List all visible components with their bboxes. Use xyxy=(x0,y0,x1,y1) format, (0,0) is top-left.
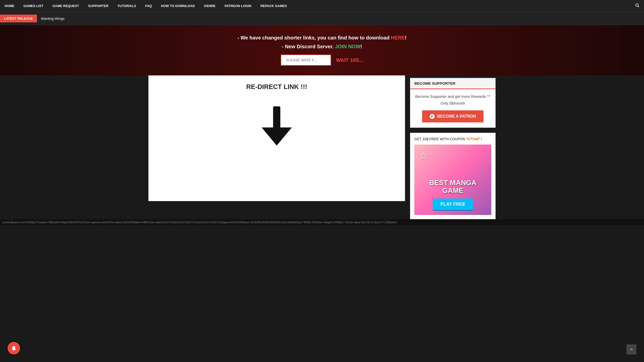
manga-box: GET 10$ FREE WITH COUPON "OTOMI" ! ☆ BES… xyxy=(410,133,496,219)
supporter-price: Only 5$/month xyxy=(414,101,491,105)
nav-supporter[interactable]: SUPPORTER xyxy=(84,1,113,11)
hero-notice-1: - We have changed shorter links, you can… xyxy=(237,35,407,41)
manga-banner-title: BEST MANGA GAME xyxy=(429,179,476,195)
nav-how-to-download[interactable]: HOW TO DOWNLOAD xyxy=(156,1,199,11)
manga-title-line1: BEST MANGA xyxy=(429,179,476,187)
notification-bell[interactable] xyxy=(8,342,20,354)
content-area: RE-DIRECT LINK !!! xyxy=(148,75,405,201)
nav-repack-games[interactable]: REPACK GAMES xyxy=(256,1,291,11)
patron-icon: P xyxy=(430,114,435,119)
hero-notice-1-prefix: - We have changed shorter links, you can… xyxy=(237,35,391,40)
latest-release-text[interactable]: Wanting Wings xyxy=(37,17,65,21)
svg-rect-2 xyxy=(273,106,280,129)
manga-title-line2: GAME xyxy=(429,187,476,195)
manga-coupon-text: GET 10$ FREE WITH COUPON "OTOMI" ! xyxy=(414,137,491,141)
nav-items: HOME GAMES LIST GAME REQUEST SUPPORTER T… xyxy=(0,1,291,11)
hero-banner: - We have changed shorter links, you can… xyxy=(0,25,644,75)
search-icon[interactable] xyxy=(630,0,644,12)
redirect-title: RE-DIRECT LINK !!! xyxy=(246,83,307,91)
supporter-description: Become Supporter and get more Rewards ^^ xyxy=(414,94,491,99)
main-layout: RE-DIRECT LINK !!! BECOME SUPPORTER Beco… xyxy=(146,75,498,219)
hero-notice-2: - New Discord Server. JOIN NOW! xyxy=(237,44,407,50)
star-icon: ☆ xyxy=(419,150,428,161)
wait-input[interactable] xyxy=(281,55,331,66)
nav-game-request[interactable]: GAME REQUEST xyxy=(48,1,83,11)
latest-release-bar: LATEST RELEASE Wanting Wings xyxy=(0,12,644,25)
supporter-box: BECOME SUPPORTER Become Supporter and ge… xyxy=(410,78,496,128)
coupon-suffix: " ! xyxy=(479,137,482,141)
wait-row: WAIT 10S... xyxy=(237,55,407,66)
supporter-box-body: Become Supporter and get more Rewards ^^… xyxy=(410,89,495,127)
chevron-up-icon xyxy=(629,347,634,352)
join-now-link[interactable]: JOIN NOW xyxy=(335,44,360,49)
svg-point-0 xyxy=(636,4,638,7)
play-free-button[interactable]: PLAY FREE xyxy=(433,199,473,210)
here-link[interactable]: HERE xyxy=(391,35,405,40)
svg-line-1 xyxy=(638,6,639,7)
sidebar: BECOME SUPPORTER Become Supporter and ge… xyxy=(410,75,496,219)
nav-home[interactable]: HOME xyxy=(0,1,19,11)
become-patron-button[interactable]: P BECOME A PATRON xyxy=(422,110,484,122)
svg-marker-3 xyxy=(262,127,292,146)
hero-notice-2-prefix: - New Discord Server. xyxy=(282,44,335,49)
latest-release-badge: LATEST RELEASE xyxy=(0,15,37,22)
wait-countdown: WAIT 10S... xyxy=(336,57,363,63)
nav-patreon-login[interactable]: PATREON LOGIN xyxy=(220,1,256,11)
hero-content: - We have changed shorter links, you can… xyxy=(237,35,407,66)
nav-genre[interactable]: GENRE xyxy=(199,1,220,11)
patron-btn-label: BECOME A PATRON xyxy=(437,114,476,119)
nav-faq[interactable]: FAQ xyxy=(141,1,156,11)
main-nav: HOME GAMES LIST GAME REQUEST SUPPORTER T… xyxy=(0,0,644,12)
nav-tutorials[interactable]: TUTORIALS xyxy=(113,1,141,11)
hero-notice-1-suffix: ! xyxy=(405,35,407,40)
nav-games-list[interactable]: GAMES LIST xyxy=(19,1,48,11)
arrow-down-icon xyxy=(262,106,292,146)
bottom-bar: presentbyarch.com?hht3yr3?rweyku=38&refe… xyxy=(0,219,644,225)
coupon-prefix: GET 10$ FREE WITH COUPON " xyxy=(414,137,467,141)
scroll-top-button[interactable] xyxy=(626,344,636,354)
hero-notice-2-suffix: ! xyxy=(360,44,362,49)
supporter-box-header: BECOME SUPPORTER xyxy=(410,78,495,89)
bell-icon xyxy=(11,345,17,351)
bottom-bar-text: presentbyarch.com?hht3yr3?rweyku=38&refe… xyxy=(3,221,398,224)
coupon-code: OTOMI xyxy=(467,137,479,141)
manga-banner[interactable]: ☆ BEST MANGA GAME PLAY FREE xyxy=(414,145,491,215)
